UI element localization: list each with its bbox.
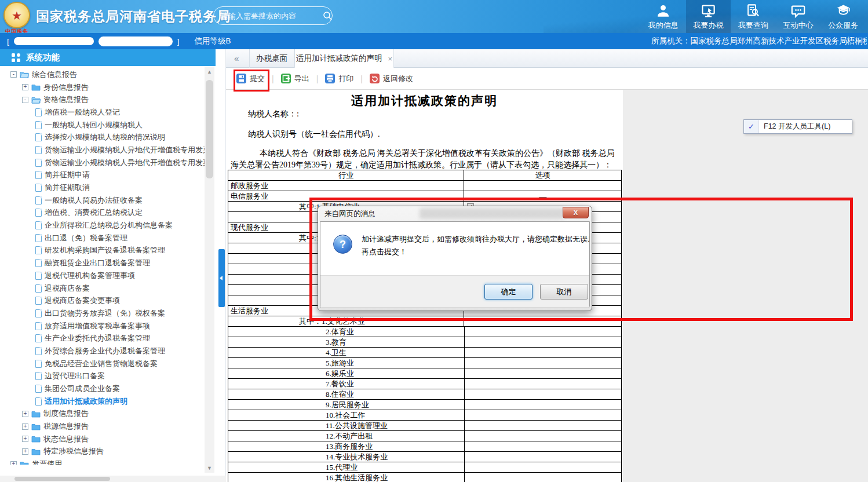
tree-item[interactable]: 融资租赁企业出口退税备案管理: [0, 257, 205, 269]
folder-icon: [31, 83, 41, 91]
option-cell[interactable]: [465, 379, 621, 389]
expand-toggle-icon[interactable]: +: [10, 461, 17, 465]
tree-item[interactable]: 生产企业委托代办退税备案管理: [0, 332, 205, 345]
sidebar-horizontal-scrollbar[interactable]: [0, 476, 226, 482]
tree-item[interactable]: 企业所得税汇总纳税总分机构信息备案: [0, 219, 205, 232]
redacted-title-area: [420, 208, 564, 219]
nav-item-2[interactable]: 我要办税: [686, 0, 731, 33]
nav-label: 公众服务: [828, 20, 858, 31]
tabs-collapse-icon[interactable]: «: [234, 53, 239, 63]
search-input[interactable]: [221, 12, 323, 20]
scrollbar-thumb[interactable]: [206, 80, 213, 178]
tab-label: 适用加计抵减政策的声明: [296, 53, 382, 64]
scroll-down-icon[interactable]: ▼: [205, 463, 214, 473]
nav-label: 互动中心: [783, 20, 814, 31]
tree-item[interactable]: 增值税一般纳税人登记: [0, 106, 205, 119]
expand-toggle-icon[interactable]: +: [22, 423, 28, 430]
tree-item[interactable]: 一般纳税人简易办法征收备案: [0, 194, 205, 207]
context-menu-item-f12[interactable]: ✓ F12 开发人员工具(L): [743, 119, 852, 134]
option-cell[interactable]: [465, 358, 621, 368]
option-cell[interactable]: [465, 410, 621, 420]
tree-item[interactable]: 退税商店备案: [0, 282, 205, 295]
option-cell[interactable]: [465, 337, 621, 347]
option-cell[interactable]: [465, 462, 621, 472]
expand-toggle-icon[interactable]: +: [22, 411, 28, 417]
tree-item[interactable]: 放弃适用增值税零税率备案事项: [0, 320, 205, 333]
tree-item[interactable]: 适用加计抵减政策的声明: [0, 395, 205, 408]
tab-declaration[interactable]: 适用加计抵减政策的声明 ×: [294, 49, 394, 68]
tab-desktop[interactable]: 办税桌面: [249, 49, 294, 68]
sidebar-title: 系统功能: [26, 52, 60, 63]
option-cell[interactable]: [465, 327, 621, 337]
option-cell[interactable]: [465, 389, 621, 399]
tree-item[interactable]: 集团公司成员企业备案: [0, 382, 205, 395]
expand-toggle-icon[interactable]: +: [22, 448, 28, 455]
option-cell[interactable]: [465, 441, 621, 451]
sidebar-vertical-scrollbar[interactable]: ▲ ▼: [205, 67, 214, 473]
scrollbar-thumb[interactable]: [14, 477, 110, 481]
collapse-toggle-icon[interactable]: -: [10, 71, 17, 78]
tree-item[interactable]: 选择按小规模纳税人纳税的情况说明: [0, 131, 205, 144]
table-row: 7.餐饮业: [228, 379, 621, 389]
option-cell[interactable]: [465, 452, 621, 462]
tree-item[interactable]: 退税商店备案变更事项: [0, 294, 205, 307]
collapse-toggle-icon[interactable]: -: [22, 97, 28, 103]
search-icon[interactable]: [323, 11, 332, 20]
tree-item-label: 放弃适用增值税零税率备案事项: [45, 321, 150, 331]
option-cell[interactable]: [465, 348, 621, 357]
tree-folder[interactable]: +状态信息报告: [0, 433, 205, 446]
option-cell[interactable]: —: [464, 191, 621, 201]
tree-item[interactable]: 免税品经营企业销售货物退税备案: [0, 357, 205, 370]
tree-item[interactable]: 研发机构采购国产设备退税备案管理: [0, 244, 205, 257]
document-icon: [35, 272, 42, 280]
nav-item-4[interactable]: 互动中心: [776, 0, 821, 33]
toolbar-button-label: 提交: [250, 74, 265, 84]
tree-item-label: 出口退（免）税备案管理: [45, 233, 127, 243]
tree-folder[interactable]: -资格信息报告: [0, 93, 205, 106]
option-cell[interactable]: [465, 473, 621, 482]
table-row: 14.专业技术服务业: [228, 452, 621, 462]
tree-item[interactable]: 增值税、消费税汇总纳税认定: [0, 207, 205, 220]
nav-item-5[interactable]: 公众服务: [820, 0, 866, 33]
option-cell[interactable]: [465, 368, 621, 378]
tree-folder[interactable]: -综合信息报告: [0, 68, 205, 81]
tree-item[interactable]: 一般纳税人转回小规模纳税人: [0, 119, 205, 132]
return-button[interactable]: 返回修改: [370, 74, 413, 84]
ok-button[interactable]: 确定: [484, 284, 533, 300]
option-cell[interactable]: [465, 400, 621, 410]
scroll-up-icon[interactable]: ▲: [205, 67, 214, 76]
tree-item[interactable]: 外贸综合服务企业代办退税备案管理: [0, 345, 205, 357]
tree-folder[interactable]: +税源信息报告: [0, 420, 205, 433]
expand-toggle-icon[interactable]: +: [22, 84, 28, 90]
tree-folder[interactable]: +特定涉税信息报告: [0, 446, 205, 458]
option-cell[interactable]: [464, 316, 621, 326]
tree-item[interactable]: 简并征期申请: [0, 169, 205, 182]
nav-item-1[interactable]: 我的信息: [641, 0, 686, 33]
tree-folder[interactable]: +发票使用: [0, 458, 205, 465]
option-cell[interactable]: [465, 421, 621, 430]
option-cell[interactable]: [464, 181, 621, 191]
taxpayer-id-label: 纳税人识别号（统一社会信用代码）.: [248, 129, 380, 140]
header-search[interactable]: [213, 6, 333, 25]
export-button[interactable]: 导出: [281, 74, 309, 84]
cancel-button[interactable]: 取消: [540, 284, 588, 300]
tree-item[interactable]: 边贸代理出口备案: [0, 370, 205, 383]
option-cell[interactable]: [465, 431, 621, 441]
tree-item[interactable]: 货物运输业小规模纳税人异地代开增值税专用发票备案: [0, 156, 205, 169]
panel-collapse-handle[interactable]: [218, 249, 225, 307]
tree-item[interactable]: 出口退（免）税备案管理: [0, 232, 205, 244]
expand-toggle-icon[interactable]: +: [22, 436, 28, 442]
submit-button[interactable]: 提交: [236, 74, 265, 84]
tab-close-icon[interactable]: ×: [388, 54, 392, 63]
tree-item[interactable]: 简并征期取消: [0, 181, 205, 194]
table-header-row: 行业选项: [228, 170, 621, 181]
tree-item[interactable]: 货物运输业小规模纳税人异地代开增值税专用发票备案: [0, 144, 205, 156]
nav-item-3[interactable]: 我要查询: [731, 0, 776, 33]
tree-item[interactable]: 退税代理机构备案管理事项: [0, 269, 205, 282]
print-button[interactable]: 打印: [325, 74, 353, 84]
table-row: 电信服务业—: [228, 191, 621, 202]
tree-item[interactable]: 出口货物劳务放弃退（免）税权备案: [0, 307, 205, 320]
tree-folder[interactable]: +身份信息报告: [0, 81, 205, 94]
dialog-close-button[interactable]: X: [563, 207, 589, 218]
tree-folder[interactable]: +制度信息报告: [0, 408, 205, 421]
